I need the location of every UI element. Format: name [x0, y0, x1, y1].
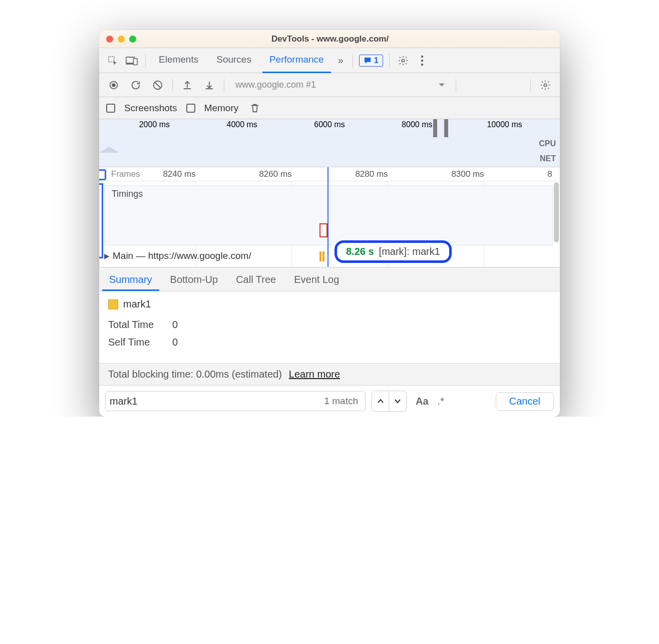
summary-panel: mark1 Total Time 0 Self Time 0 — [99, 291, 560, 363]
tooltip-time: 8.26 s — [346, 246, 374, 257]
flame-chart[interactable]: ms Frames 8240 ms 8260 ms 8280 ms 8300 m… — [99, 167, 560, 267]
self-time-label: Self Time — [108, 337, 163, 348]
minimize-icon[interactable] — [118, 36, 125, 43]
event-color-chip-icon — [108, 299, 118, 309]
window-title: DevTools - www.google.com/ — [136, 34, 524, 44]
details-tabs: Summary Bottom-Up Call Tree Event Log — [99, 267, 560, 291]
mark-tooltip: 8.26 s [mark]: mark1 — [335, 240, 452, 263]
download-profile-icon[interactable] — [202, 78, 217, 93]
self-time-value: 0 — [172, 337, 178, 348]
svg-rect-2 — [133, 58, 137, 65]
timing-marker-icon[interactable] — [319, 223, 327, 237]
net-label: NET — [540, 154, 556, 163]
ruler-tick: 8300 ms — [451, 169, 484, 179]
svg-point-3 — [402, 59, 405, 62]
clear-icon[interactable] — [150, 78, 165, 93]
playhead-line-icon[interactable] — [327, 167, 328, 267]
selection-bracket-icon — [99, 183, 103, 258]
memory-label: Memory — [204, 103, 239, 114]
svg-point-4 — [421, 55, 423, 57]
overview-tick: 2000 ms — [139, 120, 170, 129]
zoom-icon[interactable] — [129, 36, 136, 43]
screenshots-checkbox[interactable] — [106, 104, 115, 113]
chat-icon — [364, 57, 372, 64]
svg-point-6 — [421, 63, 423, 65]
capture-settings-gear-icon[interactable] — [538, 78, 553, 93]
ruler-tick: 8280 ms — [355, 169, 388, 179]
match-count: 1 match — [324, 396, 361, 407]
recording-select[interactable]: www.google.com #1 — [231, 80, 449, 90]
devtools-window: DevTools - www.google.com/ Elements Sour… — [99, 30, 560, 417]
search-bar: mark1 1 match Aa .* Cancel — [99, 385, 560, 417]
match-case-toggle[interactable]: Aa — [416, 396, 429, 407]
svg-point-5 — [421, 59, 423, 61]
tab-bottom-up[interactable]: Bottom-Up — [163, 274, 225, 291]
panel-tabs: Elements Sources Performance » 1 — [99, 48, 560, 73]
vertical-scrollbar[interactable] — [554, 182, 559, 242]
learn-more-link[interactable]: Learn more — [289, 369, 340, 380]
kebab-menu-icon[interactable] — [415, 53, 430, 68]
tab-performance[interactable]: Performance — [262, 48, 331, 73]
close-icon[interactable] — [106, 36, 113, 43]
memory-checkbox[interactable] — [186, 104, 195, 113]
cancel-button[interactable]: Cancel — [496, 392, 554, 411]
overview-tick: 6000 ms — [314, 120, 345, 129]
search-input[interactable]: mark1 1 match — [105, 391, 366, 411]
detail-ruler: 8240 ms 8260 ms 8280 ms 8300 ms 8 — [99, 167, 560, 181]
svg-point-10 — [544, 84, 547, 87]
disclosure-triangle-icon[interactable]: ▶ — [104, 252, 110, 260]
console-badge[interactable]: 1 — [359, 55, 383, 67]
event-name: mark1 — [123, 298, 151, 310]
regex-toggle[interactable]: .* — [438, 396, 444, 407]
tab-call-tree[interactable]: Call Tree — [229, 274, 283, 291]
upload-profile-icon[interactable] — [180, 78, 195, 93]
blocking-time-bar: Total blocking time: 0.00ms (estimated) … — [99, 363, 560, 385]
task-bar-icon[interactable] — [319, 251, 321, 261]
more-tabs-icon[interactable]: » — [335, 55, 347, 66]
titlebar: DevTools - www.google.com/ — [99, 30, 560, 48]
timings-track[interactable]: Timings — [104, 185, 553, 245]
prev-match-icon[interactable] — [372, 391, 389, 411]
ruler-tick: 8240 ms — [163, 169, 195, 179]
ruler-tick: 8260 ms — [259, 169, 291, 179]
tooltip-label: [mark]: mark1 — [379, 246, 440, 257]
main-thread-label: Main — https://www.google.com/ — [113, 250, 251, 261]
main-thread-row[interactable]: ▶ Main — https://www.google.com/ — [104, 250, 251, 261]
overview-tick: 4000 ms — [227, 120, 257, 129]
settings-gear-icon[interactable] — [396, 53, 411, 68]
next-match-icon[interactable] — [389, 391, 406, 411]
record-button-icon[interactable] — [106, 78, 121, 93]
window-controls — [106, 36, 136, 43]
tab-event-log[interactable]: Event Log — [287, 274, 346, 291]
console-count: 1 — [374, 56, 379, 65]
device-toolbar-icon[interactable] — [124, 53, 139, 68]
tab-summary[interactable]: Summary — [102, 274, 159, 291]
performance-toolbar: www.google.com #1 — [99, 73, 560, 97]
total-time-label: Total Time — [108, 319, 163, 331]
ruler-tick: 8 — [547, 169, 552, 179]
reload-record-icon[interactable] — [128, 78, 143, 93]
inspect-element-icon[interactable] — [105, 53, 120, 68]
screenshots-label: Screenshots — [124, 103, 177, 114]
overview-tick: 8000 ms — [402, 120, 432, 129]
total-time-value: 0 — [172, 319, 178, 331]
timings-track-label: Timings — [112, 189, 143, 199]
overview-tick: 10000 ms — [487, 120, 522, 129]
capture-options: Screenshots Memory — [99, 97, 560, 119]
tab-elements[interactable]: Elements — [152, 48, 205, 73]
collect-garbage-icon[interactable] — [247, 101, 262, 116]
overview-timeline[interactable]: 2000 ms 4000 ms 6000 ms 8000 ms 10000 ms… — [99, 119, 560, 167]
svg-point-8 — [112, 84, 115, 87]
search-query: mark1 — [110, 396, 138, 407]
search-nav — [372, 391, 407, 412]
tab-sources[interactable]: Sources — [209, 48, 258, 73]
tbt-text: Total blocking time: 0.00ms (estimated) — [108, 369, 282, 380]
